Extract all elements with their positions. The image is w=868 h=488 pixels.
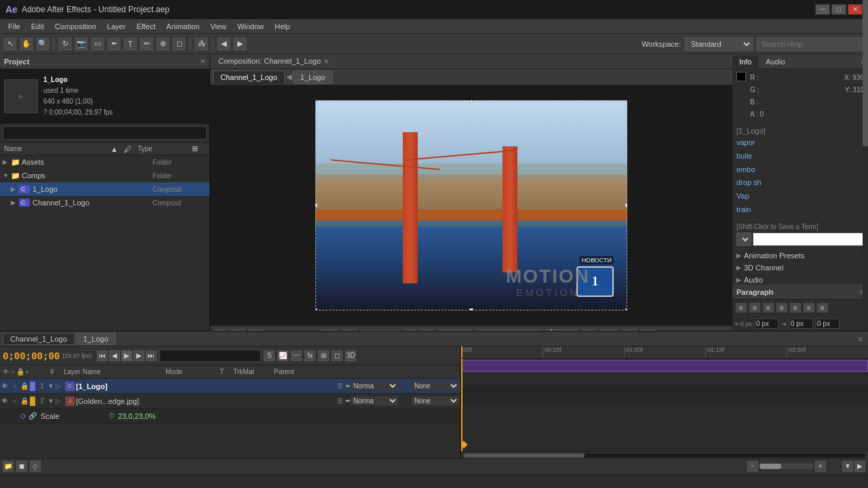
tl-draft-3d[interactable]: 3D: [345, 350, 356, 361]
select-tool[interactable]: ↖: [3, 37, 18, 52]
tl-mask-icon-1[interactable]: ☰: [337, 382, 343, 390]
camera-tool[interactable]: 📷: [74, 37, 89, 52]
term-embo[interactable]: embo: [736, 163, 864, 177]
track-bar-2[interactable]: [461, 360, 868, 372]
puppet-tool[interactable]: ⁂: [194, 37, 209, 52]
effect-audio[interactable]: ▶ Audio: [732, 274, 868, 284]
hand-tool[interactable]: ✋: [19, 37, 34, 52]
tl-keyframe-nav[interactable]: ◇: [30, 461, 41, 472]
handle-br[interactable]: [625, 308, 627, 310]
tl-effects-switch[interactable]: fx: [304, 350, 315, 361]
info-tab-info[interactable]: Info: [732, 56, 759, 68]
comp-panel-close[interactable]: ✕: [323, 58, 329, 65]
tl-step-back[interactable]: ◀: [109, 350, 120, 361]
tl-solo-1[interactable]: ○: [12, 382, 20, 390]
tl-go-end[interactable]: ⏭: [146, 350, 157, 361]
tl-mode-2[interactable]: Norma: [351, 396, 398, 405]
term-bulle[interactable]: bulle: [736, 150, 864, 163]
tl-go-start[interactable]: ⏮: [97, 350, 108, 361]
tl-play[interactable]: ▶: [121, 350, 132, 361]
indent-left-input[interactable]: [755, 319, 778, 329]
nav-next[interactable]: ▶: [233, 37, 248, 52]
menu-help[interactable]: Help: [269, 21, 296, 32]
tl-parent-2[interactable]: None: [412, 396, 459, 405]
tl-vis-2[interactable]: 👁: [1, 397, 12, 405]
align-right[interactable]: ≡: [762, 302, 774, 313]
handle-tc[interactable]: [469, 100, 473, 102]
menu-file[interactable]: File: [3, 21, 26, 32]
tl-solo-btn-2[interactable]: ▷: [56, 397, 64, 405]
menu-layer[interactable]: Layer: [102, 21, 132, 32]
tl-solo-2[interactable]: ○: [12, 397, 20, 405]
timeline-layer-2[interactable]: 👁 ○ 🔒 2 ▼ ▷ J [Golden...edge.jpg] ☰ ✒ No…: [0, 394, 460, 409]
timeline-tab-1logo[interactable]: 1_Logo: [76, 333, 116, 345]
handle-tr[interactable]: [625, 100, 627, 102]
tl-zoom-in[interactable]: +: [815, 461, 826, 472]
tl-motion-blur[interactable]: 〰: [291, 350, 302, 361]
playhead[interactable]: [461, 346, 462, 358]
comp-tab-arrow-left[interactable]: ◀: [286, 73, 292, 81]
comp-tab-channel1logo[interactable]: Channel_1_Logo: [213, 70, 285, 84]
timeline-scrollbar[interactable]: [464, 453, 865, 458]
track-row-2[interactable]: [461, 373, 868, 388]
tree-item-1logo[interactable]: ▶ C 1_Logo Composit: [0, 182, 210, 196]
maximize-button[interactable]: □: [831, 4, 846, 15]
rotate-tool[interactable]: ↻: [58, 37, 73, 52]
timeline-tab-channel1[interactable]: Channel_1_Logo: [3, 333, 75, 345]
tl-expand-2[interactable]: ▼: [47, 397, 56, 405]
project-panel-close[interactable]: ✕: [200, 58, 205, 65]
tl-solo-mode[interactable]: S: [264, 350, 275, 361]
tree-expand-channel1[interactable]: ▶: [11, 199, 19, 206]
tl-zoom-thumb[interactable]: [760, 464, 781, 469]
workspace-select[interactable]: Standard: [685, 37, 753, 51]
handle-ml[interactable]: [315, 203, 317, 207]
tl-graph-editor[interactable]: 📈: [277, 350, 288, 361]
tree-item-assets[interactable]: ▶ 📁 Assets Folder: [0, 155, 210, 169]
menu-view[interactable]: View: [205, 21, 232, 32]
effect-animation-presets[interactable]: ▶ Animation Presets: [732, 249, 868, 262]
tl-step-fwd[interactable]: ▶: [134, 350, 144, 361]
keyframe-diamond[interactable]: [461, 441, 468, 448]
timeline-scrollbar-thumb[interactable]: [464, 453, 585, 458]
zoom-tool[interactable]: 🔍: [35, 37, 50, 52]
eraser-tool[interactable]: ◻: [172, 37, 186, 52]
menu-composition[interactable]: Composition: [50, 21, 102, 32]
indent-right-input[interactable]: [789, 319, 813, 329]
mask-tool[interactable]: ▭: [90, 37, 105, 52]
term-vapor[interactable]: vapor: [736, 136, 864, 150]
align-left[interactable]: ≡: [735, 302, 747, 313]
tl-mask-icon-2[interactable]: ☰: [337, 397, 343, 405]
timeline-panel-options[interactable]: ≡: [856, 333, 865, 344]
tl-mode-1[interactable]: Norma: [351, 382, 398, 390]
justify-right[interactable]: ≡: [803, 302, 815, 313]
tl-pen-icon-1[interactable]: ✒: [345, 382, 351, 390]
tree-item-comps[interactable]: ▼ 📁 Comps Folder: [0, 169, 210, 182]
tl-scale-stopwatch[interactable]: ⏱: [108, 412, 115, 420]
timeline-ruler[interactable]: 00f 00:15f 01:00f 01:15f 02:00f 02:15: [461, 346, 868, 359]
pen-tool[interactable]: ✒: [106, 37, 121, 52]
menu-effect[interactable]: Effect: [131, 21, 161, 32]
effect-3d-channel[interactable]: ▶ 3D Channel: [732, 262, 868, 274]
comp-tab-1logo[interactable]: 1_Logo: [293, 70, 333, 84]
comp-viewer[interactable]: НОВОСТИ 1: [210, 85, 732, 325]
tl-cache-work[interactable]: ◻: [332, 350, 342, 361]
tl-expand-1[interactable]: ▼: [47, 382, 56, 390]
tl-solo-btn-1[interactable]: ▷: [56, 382, 64, 390]
align-center[interactable]: ≡: [749, 302, 761, 313]
justify-left[interactable]: ≡: [776, 302, 788, 313]
tl-lock-1[interactable]: 🔒: [20, 382, 28, 390]
tl-zoom-out[interactable]: −: [747, 461, 758, 472]
tree-item-channel1logo[interactable]: ▶ C Channel_1_Logo Composit: [0, 196, 210, 209]
info-tab-audio[interactable]: Audio: [759, 56, 792, 68]
tl-lock-2[interactable]: 🔒: [20, 397, 28, 405]
justify-center[interactable]: ≡: [789, 302, 802, 313]
indent-top-input[interactable]: [816, 319, 840, 329]
handle-bc[interactable]: [469, 308, 473, 310]
search-term-dropdown[interactable]: [736, 232, 751, 246]
nav-prev[interactable]: ◀: [216, 37, 231, 52]
handle-tl[interactable]: [315, 100, 317, 102]
brush-tool[interactable]: ✏: [139, 37, 154, 52]
term-vap[interactable]: Vap: [736, 190, 864, 203]
tl-frame-blend[interactable]: ⊞: [318, 350, 329, 361]
tl-new-solid[interactable]: ◼: [16, 461, 27, 472]
